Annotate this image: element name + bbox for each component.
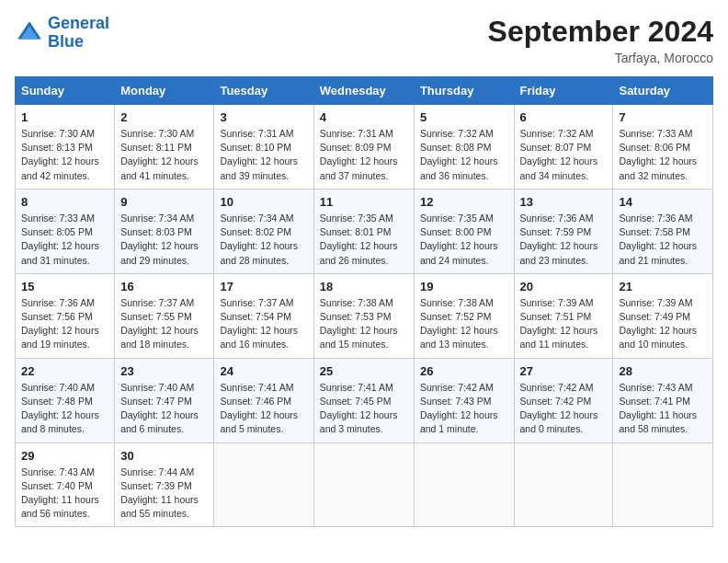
table-row: 13 Sunrise: 7:36 AM Sunset: 7:59 PM Dayl…: [514, 189, 613, 273]
logo-text: General Blue: [48, 15, 109, 52]
table-row: 2 Sunrise: 7:30 AM Sunset: 8:11 PM Dayli…: [115, 105, 214, 190]
table-row: 30 Sunrise: 7:44 AM Sunset: 7:39 PM Dayl…: [115, 442, 214, 527]
table-row: 26 Sunrise: 7:42 AM Sunset: 7:43 PM Dayl…: [414, 358, 514, 442]
day-info: Sunrise: 7:33 AM Sunset: 8:05 PM Dayligh…: [21, 212, 108, 268]
day-info: Sunrise: 7:34 AM Sunset: 8:02 PM Dayligh…: [220, 212, 307, 268]
day-number: 10: [220, 195, 307, 209]
day-info: Sunrise: 7:40 AM Sunset: 7:47 PM Dayligh…: [120, 381, 208, 437]
day-info: Sunrise: 7:42 AM Sunset: 7:43 PM Dayligh…: [420, 381, 508, 437]
table-row: [414, 442, 514, 527]
day-info: Sunrise: 7:32 AM Sunset: 8:07 PM Dayligh…: [520, 127, 608, 183]
calendar-week-row: 8 Sunrise: 7:33 AM Sunset: 8:05 PM Dayli…: [16, 189, 713, 273]
table-row: 23 Sunrise: 7:40 AM Sunset: 7:47 PM Dayl…: [115, 358, 214, 442]
day-number: 26: [420, 364, 508, 378]
day-info: Sunrise: 7:37 AM Sunset: 7:55 PM Dayligh…: [120, 296, 208, 352]
table-row: 15 Sunrise: 7:36 AM Sunset: 7:56 PM Dayl…: [16, 273, 115, 358]
table-row: [514, 442, 613, 527]
day-number: 4: [320, 110, 408, 124]
day-number: 3: [220, 110, 307, 124]
calendar-header-row: Sunday Monday Tuesday Wednesday Thursday…: [16, 77, 713, 105]
day-info: Sunrise: 7:33 AM Sunset: 8:06 PM Dayligh…: [619, 127, 707, 183]
table-row: 29 Sunrise: 7:43 AM Sunset: 7:40 PM Dayl…: [16, 442, 115, 527]
day-number: 11: [320, 195, 408, 209]
day-info: Sunrise: 7:37 AM Sunset: 7:54 PM Dayligh…: [220, 296, 307, 352]
day-info: Sunrise: 7:39 AM Sunset: 7:49 PM Dayligh…: [619, 296, 707, 352]
day-info: Sunrise: 7:44 AM Sunset: 7:39 PM Dayligh…: [120, 465, 208, 522]
table-row: 7 Sunrise: 7:33 AM Sunset: 8:06 PM Dayli…: [613, 105, 713, 190]
day-number: 12: [420, 195, 508, 209]
table-row: 19 Sunrise: 7:38 AM Sunset: 7:52 PM Dayl…: [414, 273, 514, 358]
table-row: [613, 442, 713, 527]
day-info: Sunrise: 7:34 AM Sunset: 8:03 PM Dayligh…: [120, 212, 208, 268]
table-row: [214, 442, 313, 527]
day-number: 1: [21, 110, 108, 124]
day-number: 6: [520, 110, 608, 124]
col-tuesday: Tuesday: [214, 77, 313, 105]
table-row: 12 Sunrise: 7:35 AM Sunset: 8:00 PM Dayl…: [414, 189, 514, 273]
day-number: 23: [120, 364, 208, 378]
day-info: Sunrise: 7:41 AM Sunset: 7:46 PM Dayligh…: [220, 381, 307, 437]
day-info: Sunrise: 7:32 AM Sunset: 8:08 PM Dayligh…: [420, 127, 508, 183]
table-row: 27 Sunrise: 7:42 AM Sunset: 7:42 PM Dayl…: [514, 358, 613, 442]
page-header: General Blue September 2024 Tarfaya, Mor…: [15, 15, 713, 65]
day-number: 21: [619, 280, 707, 293]
month-title: September 2024: [488, 15, 713, 49]
day-info: Sunrise: 7:41 AM Sunset: 7:45 PM Dayligh…: [320, 381, 408, 437]
calendar-week-row: 15 Sunrise: 7:36 AM Sunset: 7:56 PM Dayl…: [16, 273, 713, 358]
day-number: 20: [520, 280, 608, 293]
table-row: 20 Sunrise: 7:39 AM Sunset: 7:51 PM Dayl…: [514, 273, 613, 358]
table-row: 28 Sunrise: 7:43 AM Sunset: 7:41 PM Dayl…: [613, 358, 713, 442]
col-wednesday: Wednesday: [313, 77, 414, 105]
day-number: 28: [619, 364, 707, 378]
calendar-week-row: 22 Sunrise: 7:40 AM Sunset: 7:48 PM Dayl…: [16, 358, 713, 442]
day-info: Sunrise: 7:36 AM Sunset: 7:58 PM Dayligh…: [619, 212, 707, 268]
col-friday: Friday: [514, 77, 613, 105]
day-number: 7: [619, 110, 707, 124]
table-row: 25 Sunrise: 7:41 AM Sunset: 7:45 PM Dayl…: [313, 358, 414, 442]
table-row: 11 Sunrise: 7:35 AM Sunset: 8:01 PM Dayl…: [313, 189, 414, 273]
day-info: Sunrise: 7:43 AM Sunset: 7:40 PM Dayligh…: [21, 465, 108, 522]
table-row: [313, 442, 414, 527]
calendar-table: Sunday Monday Tuesday Wednesday Thursday…: [15, 76, 713, 527]
day-number: 5: [420, 110, 508, 124]
day-info: Sunrise: 7:38 AM Sunset: 7:52 PM Dayligh…: [420, 296, 508, 352]
day-info: Sunrise: 7:30 AM Sunset: 8:13 PM Dayligh…: [21, 127, 108, 183]
table-row: 5 Sunrise: 7:32 AM Sunset: 8:08 PM Dayli…: [414, 105, 514, 190]
table-row: 1 Sunrise: 7:30 AM Sunset: 8:13 PM Dayli…: [16, 105, 115, 190]
day-info: Sunrise: 7:30 AM Sunset: 8:11 PM Dayligh…: [120, 127, 208, 183]
day-number: 19: [420, 280, 508, 293]
table-row: 10 Sunrise: 7:34 AM Sunset: 8:02 PM Dayl…: [214, 189, 313, 273]
day-number: 30: [120, 449, 208, 463]
table-row: 9 Sunrise: 7:34 AM Sunset: 8:03 PM Dayli…: [115, 189, 214, 273]
day-number: 15: [21, 280, 108, 293]
calendar-week-row: 29 Sunrise: 7:43 AM Sunset: 7:40 PM Dayl…: [16, 442, 713, 527]
col-monday: Monday: [115, 77, 214, 105]
day-info: Sunrise: 7:35 AM Sunset: 8:00 PM Dayligh…: [420, 212, 508, 268]
calendar-week-row: 1 Sunrise: 7:30 AM Sunset: 8:13 PM Dayli…: [16, 105, 713, 190]
day-info: Sunrise: 7:42 AM Sunset: 7:42 PM Dayligh…: [520, 381, 608, 437]
table-row: 18 Sunrise: 7:38 AM Sunset: 7:53 PM Dayl…: [313, 273, 414, 358]
table-row: 3 Sunrise: 7:31 AM Sunset: 8:10 PM Dayli…: [214, 105, 313, 190]
table-row: 17 Sunrise: 7:37 AM Sunset: 7:54 PM Dayl…: [214, 273, 313, 358]
table-row: 6 Sunrise: 7:32 AM Sunset: 8:07 PM Dayli…: [514, 105, 613, 190]
table-row: 14 Sunrise: 7:36 AM Sunset: 7:58 PM Dayl…: [613, 189, 713, 273]
day-number: 24: [220, 364, 307, 378]
table-row: 8 Sunrise: 7:33 AM Sunset: 8:05 PM Dayli…: [16, 189, 115, 273]
logo: General Blue: [15, 15, 109, 52]
day-info: Sunrise: 7:39 AM Sunset: 7:51 PM Dayligh…: [520, 296, 608, 352]
col-sunday: Sunday: [16, 77, 115, 105]
title-block: September 2024 Tarfaya, Morocco: [488, 15, 713, 65]
day-info: Sunrise: 7:40 AM Sunset: 7:48 PM Dayligh…: [21, 381, 108, 437]
day-number: 22: [21, 364, 108, 378]
day-info: Sunrise: 7:36 AM Sunset: 7:59 PM Dayligh…: [520, 212, 608, 268]
day-number: 25: [320, 364, 408, 378]
day-number: 17: [220, 280, 307, 293]
day-info: Sunrise: 7:43 AM Sunset: 7:41 PM Dayligh…: [619, 381, 707, 437]
day-info: Sunrise: 7:36 AM Sunset: 7:56 PM Dayligh…: [21, 296, 108, 352]
day-number: 27: [520, 364, 608, 378]
day-info: Sunrise: 7:31 AM Sunset: 8:09 PM Dayligh…: [320, 127, 408, 183]
day-info: Sunrise: 7:38 AM Sunset: 7:53 PM Dayligh…: [320, 296, 408, 352]
day-number: 29: [21, 449, 108, 463]
day-number: 18: [320, 280, 408, 293]
table-row: 21 Sunrise: 7:39 AM Sunset: 7:49 PM Dayl…: [613, 273, 713, 358]
